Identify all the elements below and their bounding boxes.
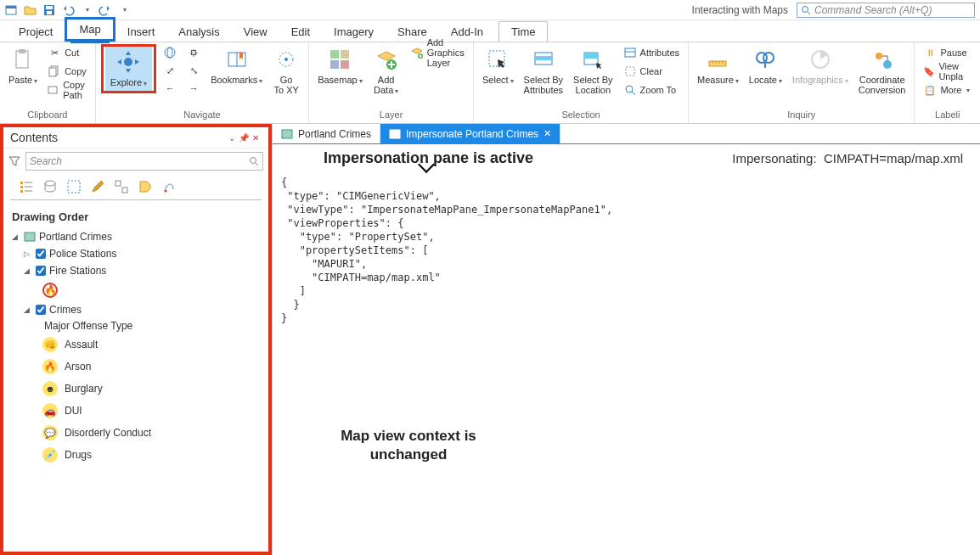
legend-symbol-icon: 🔥 xyxy=(42,359,58,374)
contents-search-input[interactable]: Search xyxy=(25,152,263,171)
tab-analysis[interactable]: Analysis xyxy=(166,22,231,42)
visibility-checkbox[interactable] xyxy=(36,249,46,259)
select-by-attributes-button[interactable]: Select By Attributes xyxy=(521,44,566,97)
select-icon xyxy=(484,46,511,73)
basemap-label: Basemap xyxy=(318,75,362,87)
zoom-selection-button[interactable]: ⯐ xyxy=(183,44,204,61)
list-by-drawing-order-icon[interactable] xyxy=(19,179,34,194)
redo-dropdown[interactable] xyxy=(117,3,131,17)
legend-item[interactable]: 👊Assault xyxy=(24,334,260,356)
legend-item[interactable]: 🚗DUI xyxy=(24,400,260,422)
legend-item[interactable]: 💬Disorderly Conduct xyxy=(24,422,260,444)
prev-extent-icon: ← xyxy=(163,81,177,95)
layer-crimes[interactable]: ◢ Crimes xyxy=(24,301,260,318)
tab-insert[interactable]: Insert xyxy=(115,22,167,42)
prev-extent-button[interactable]: ← xyxy=(160,80,180,97)
list-by-labeling-icon[interactable] xyxy=(138,179,153,194)
go-to-xy-button[interactable]: Go To XY xyxy=(269,44,303,97)
list-by-snapping-icon[interactable] xyxy=(114,179,129,194)
paste-label: Paste xyxy=(8,75,37,87)
explore-button[interactable]: Explore xyxy=(105,47,152,91)
redo-icon[interactable] xyxy=(99,3,112,17)
layer-police-stations[interactable]: ▷ Police Stations xyxy=(24,245,260,262)
command-search-placeholder: Command Search (Alt+Q) xyxy=(814,4,932,16)
filter-icon[interactable] xyxy=(8,155,22,167)
tab-time[interactable]: Time xyxy=(498,21,548,42)
collapse-icon[interactable]: ◢ xyxy=(24,306,32,314)
copy-button[interactable]: Copy xyxy=(44,63,90,80)
list-by-source-icon[interactable] xyxy=(42,179,58,194)
legend-label: DUI xyxy=(65,405,82,417)
copy-path-button[interactable]: Copy Path xyxy=(44,81,90,98)
locate-button[interactable]: Locate xyxy=(746,44,786,88)
legend-item[interactable]: 🔥Arson xyxy=(24,356,260,378)
bookmarks-button[interactable]: Bookmarks xyxy=(207,44,266,88)
basemap-button[interactable]: Basemap xyxy=(314,44,365,88)
open-project-icon[interactable] xyxy=(24,3,37,17)
selection-group-label: Selection xyxy=(479,109,683,121)
expand-icon[interactable]: ▷ xyxy=(24,249,32,258)
layer-fire-stations[interactable]: ◢ Fire Stations xyxy=(24,262,260,279)
cut-button[interactable]: ✂Cut xyxy=(44,44,90,61)
list-by-editing-icon[interactable] xyxy=(90,179,105,194)
svg-point-5 xyxy=(803,6,808,12)
more-labeling-button[interactable]: 📋More xyxy=(920,81,975,98)
svg-point-14 xyxy=(167,48,172,58)
undo-dropdown[interactable] xyxy=(80,3,93,17)
command-search[interactable]: Command Search (Alt+Q) xyxy=(797,3,975,18)
paste-button[interactable]: Paste xyxy=(5,44,41,88)
options-icon[interactable]: ⌄ xyxy=(226,133,238,143)
map-frame-item[interactable]: ◢ Portland Crimes xyxy=(12,228,260,245)
measure-button[interactable]: Measure xyxy=(694,44,742,88)
attributes-button[interactable]: Attributes xyxy=(620,44,683,61)
visibility-checkbox[interactable] xyxy=(36,305,46,315)
list-by-selection-icon[interactable] xyxy=(66,179,82,194)
tab-edit[interactable]: Edit xyxy=(279,22,322,42)
view-tab-portland-crimes[interactable]: Portland Crimes xyxy=(273,124,380,143)
legend-item[interactable]: 💉Drugs xyxy=(24,444,260,466)
svg-line-35 xyxy=(632,92,635,95)
add-data-button[interactable]: Add Data xyxy=(369,44,403,98)
view-tab-impersonate[interactable]: Impersonate Portland Crimes ✕ xyxy=(380,124,560,143)
drawing-order-heading: Drawing Order xyxy=(12,210,260,223)
view-unplaced-label: View Unpla xyxy=(938,61,972,81)
tab-project[interactable]: Project xyxy=(7,22,65,42)
svg-rect-1 xyxy=(6,6,16,8)
save-icon[interactable] xyxy=(42,3,56,17)
coordinate-conversion-button[interactable]: Coordinate Conversion xyxy=(855,44,910,97)
tab-view[interactable]: View xyxy=(232,22,279,42)
add-graphics-layer-button[interactable]: Add Graphics Layer xyxy=(407,44,468,61)
full-extent-button[interactable] xyxy=(160,44,180,61)
pin-icon[interactable]: 📌 xyxy=(238,133,250,143)
collapse-icon[interactable]: ◢ xyxy=(12,233,20,241)
next-extent-button[interactable]: → xyxy=(183,80,204,97)
tab-share[interactable]: Share xyxy=(386,22,439,42)
clear-button[interactable]: Clear xyxy=(620,63,683,80)
json-content[interactable]: { "type": "CIMGenericView", "viewType": … xyxy=(273,176,980,325)
zoom-to-button[interactable]: Zoom To xyxy=(620,81,683,98)
cut-icon: ✂ xyxy=(48,46,61,59)
select-button[interactable]: Select xyxy=(479,44,517,88)
svg-rect-11 xyxy=(48,87,57,93)
pause-labeling-button[interactable]: ⏸Pause xyxy=(920,44,975,61)
infographics-button[interactable]: Infographics xyxy=(789,44,852,88)
select-by-location-button[interactable]: Select By Location xyxy=(570,44,616,97)
legend-symbol-icon: ☻ xyxy=(42,381,58,396)
navigate-group-label: Navigate xyxy=(101,109,303,121)
close-icon[interactable]: ✕ xyxy=(250,133,262,143)
visibility-checkbox[interactable] xyxy=(36,266,46,276)
tab-addin[interactable]: Add-In xyxy=(439,22,495,42)
close-tab-icon[interactable]: ✕ xyxy=(544,128,551,139)
tab-imagery[interactable]: Imagery xyxy=(322,22,386,42)
fixed-zoom-in-button[interactable]: ⤢ xyxy=(160,62,180,79)
collapse-icon[interactable]: ◢ xyxy=(24,266,32,275)
tab-map[interactable]: Map xyxy=(65,17,115,42)
undo-icon[interactable] xyxy=(61,3,75,17)
legend-item[interactable]: ☻Burglary xyxy=(24,378,260,400)
fixed-zoom-out-button[interactable]: ⤡ xyxy=(183,62,204,79)
clear-label: Clear xyxy=(640,66,662,76)
view-unplaced-button[interactable]: 🔖View Unpla xyxy=(920,63,975,80)
new-project-icon[interactable] xyxy=(5,3,19,17)
list-by-perceptual-icon[interactable] xyxy=(161,179,177,194)
globe-icon xyxy=(163,46,177,59)
